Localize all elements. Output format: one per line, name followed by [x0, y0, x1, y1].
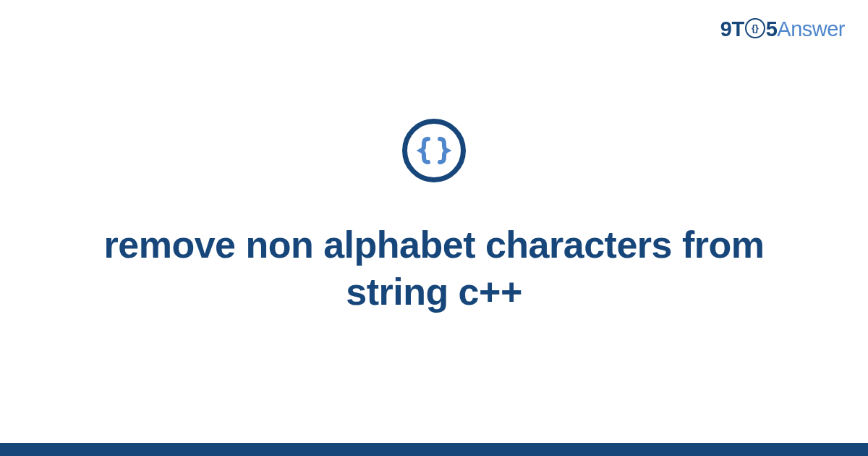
footer-accent-bar — [0, 443, 868, 456]
code-braces-icon — [402, 119, 466, 182]
main-content: remove non alphabet characters from stri… — [0, 0, 868, 456]
page-title: remove non alphabet characters from stri… — [54, 221, 814, 316]
